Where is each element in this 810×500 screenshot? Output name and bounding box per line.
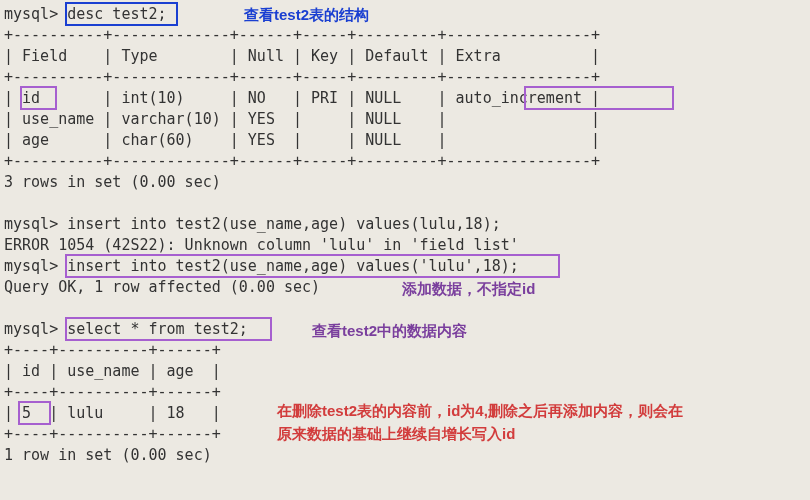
desc-row-id: | id | int(10) | NO | PRI | NULL | auto_… bbox=[4, 89, 600, 107]
desc-row-age: | age | char(60) | YES | | NULL | | bbox=[4, 131, 600, 149]
sel-row-1: | 5 | lulu | 18 | bbox=[4, 404, 221, 422]
desc-row-usename: | use_name | varchar(10) | YES | | NULL … bbox=[4, 110, 600, 128]
insert-error: ERROR 1054 (42S22): Unknown column 'lulu… bbox=[4, 236, 519, 254]
desc-sep-top: +----------+-------------+------+-----+-… bbox=[4, 26, 600, 44]
sel-sep-top: +----+----------+------+ bbox=[4, 341, 221, 359]
cmd-desc: desc test2; bbox=[67, 5, 166, 23]
prompt: mysql> bbox=[4, 257, 58, 275]
sel-header: | id | use_name | age | bbox=[4, 362, 221, 380]
cmd-select: select * from test2; bbox=[67, 320, 248, 338]
terminal-output: mysql> desc test2; +----------+---------… bbox=[4, 4, 806, 466]
desc-summary: 3 rows in set (0.00 sec) bbox=[4, 173, 221, 191]
cmd-insert-bad: insert into test2(use_name,age) values(l… bbox=[67, 215, 500, 233]
prompt: mysql> bbox=[4, 5, 58, 23]
desc-sep-bot: +----------+-------------+------+-----+-… bbox=[4, 152, 600, 170]
sel-sep-mid: +----+----------+------+ bbox=[4, 383, 221, 401]
desc-header: | Field | Type | Null | Key | Default | … bbox=[4, 47, 600, 65]
cmd-insert-ok: insert into test2(use_name,age) values('… bbox=[67, 257, 519, 275]
sel-summary: 1 row in set (0.00 sec) bbox=[4, 446, 212, 464]
sel-sep-bot: +----+----------+------+ bbox=[4, 425, 221, 443]
desc-sep-mid: +----------+-------------+------+-----+-… bbox=[4, 68, 600, 86]
prompt: mysql> bbox=[4, 215, 58, 233]
prompt: mysql> bbox=[4, 320, 58, 338]
insert-result: Query OK, 1 row affected (0.00 sec) bbox=[4, 278, 320, 296]
